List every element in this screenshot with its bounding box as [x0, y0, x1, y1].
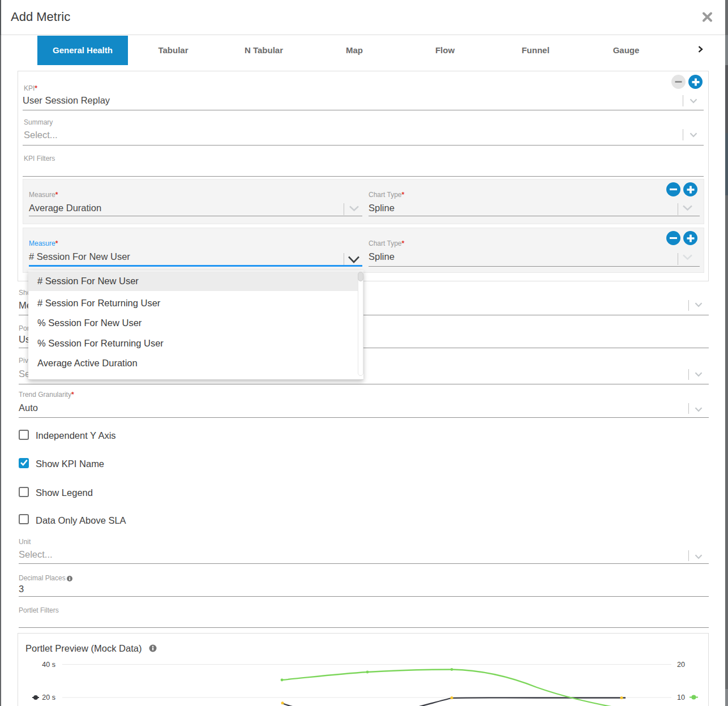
svg-text:20: 20 — [677, 661, 685, 669]
svg-text:20 s: 20 s — [42, 694, 55, 701]
svg-text:40 s: 40 s — [42, 661, 55, 669]
svg-text:10: 10 — [677, 694, 685, 701]
